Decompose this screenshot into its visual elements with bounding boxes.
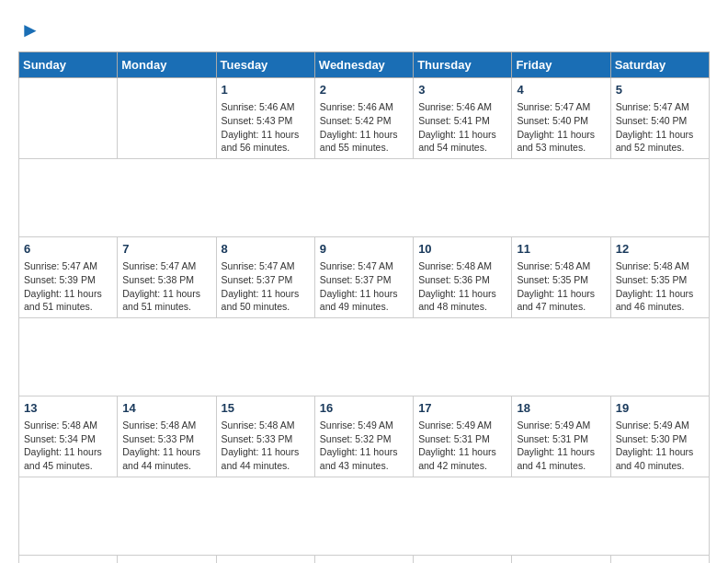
calendar-cell: 20Sunrise: 5:49 AMSunset: 5:29 PMDayligh… xyxy=(19,555,118,563)
day-info: Sunrise: 5:49 AM xyxy=(418,419,506,432)
calendar-cell: 11Sunrise: 5:48 AMSunset: 5:35 PMDayligh… xyxy=(512,236,610,317)
day-number: 16 xyxy=(320,400,408,417)
day-info: Daylight: 11 hours and 44 minutes. xyxy=(222,445,310,472)
day-number: 25 xyxy=(517,559,605,563)
calendar-cell: 17Sunrise: 5:49 AMSunset: 5:31 PMDayligh… xyxy=(414,396,512,477)
calendar-cell xyxy=(118,78,216,159)
day-info: Daylight: 11 hours and 51 minutes. xyxy=(24,287,112,314)
day-info: Sunrise: 5:47 AM xyxy=(616,100,704,114)
calendar-week-row: 6Sunrise: 5:47 AMSunset: 5:39 PMDaylight… xyxy=(19,236,710,317)
day-info: Sunrise: 5:47 AM xyxy=(222,259,310,273)
day-info: Sunset: 5:40 PM xyxy=(616,114,704,128)
day-info: Sunset: 5:31 PM xyxy=(517,432,605,446)
day-number: 18 xyxy=(517,400,605,417)
calendar-cell: 13Sunrise: 5:48 AMSunset: 5:34 PMDayligh… xyxy=(19,396,118,477)
day-info: Sunrise: 5:47 AM xyxy=(517,100,605,114)
calendar-cell: 2Sunrise: 5:46 AMSunset: 5:42 PMDaylight… xyxy=(314,78,413,159)
day-number: 6 xyxy=(24,241,112,258)
day-info: Sunrise: 5:49 AM xyxy=(517,419,605,432)
day-info: Sunrise: 5:46 AM xyxy=(320,100,408,114)
week-separator xyxy=(19,158,710,236)
calendar-cell: 14Sunrise: 5:48 AMSunset: 5:33 PMDayligh… xyxy=(118,396,216,477)
calendar-cell: 16Sunrise: 5:49 AMSunset: 5:32 PMDayligh… xyxy=(314,396,413,477)
day-info: Sunset: 5:43 PM xyxy=(222,114,310,128)
day-info: Daylight: 11 hours and 54 minutes. xyxy=(418,128,506,155)
calendar-cell: 26Sunrise: 5:51 AMSunset: 5:26 PMDayligh… xyxy=(610,555,709,563)
week-separator xyxy=(19,317,710,396)
day-info: Sunset: 5:30 PM xyxy=(616,432,704,446)
day-number: 24 xyxy=(418,559,506,563)
day-info: Sunset: 5:34 PM xyxy=(24,432,112,446)
day-info: Daylight: 11 hours and 47 minutes. xyxy=(517,287,605,314)
day-number: 7 xyxy=(122,241,210,258)
calendar-cell: 8Sunrise: 5:47 AMSunset: 5:37 PMDaylight… xyxy=(216,236,314,317)
day-info: Sunset: 5:33 PM xyxy=(222,432,310,446)
day-info: Sunrise: 5:48 AM xyxy=(517,259,605,273)
calendar-cell: 1Sunrise: 5:46 AMSunset: 5:43 PMDaylight… xyxy=(216,78,314,159)
day-info: Daylight: 11 hours and 51 minutes. xyxy=(122,287,210,314)
day-info: Sunrise: 5:46 AM xyxy=(418,100,506,114)
calendar-cell: 22Sunrise: 5:50 AMSunset: 5:28 PMDayligh… xyxy=(216,555,314,563)
calendar-cell: 7Sunrise: 5:47 AMSunset: 5:38 PMDaylight… xyxy=(118,236,216,317)
calendar-cell: 9Sunrise: 5:47 AMSunset: 5:37 PMDaylight… xyxy=(314,236,413,317)
calendar-cell xyxy=(19,78,118,159)
day-number: 17 xyxy=(418,400,506,417)
day-info: Sunset: 5:32 PM xyxy=(320,432,408,446)
day-info: Daylight: 11 hours and 49 minutes. xyxy=(320,287,408,314)
day-number: 11 xyxy=(517,241,605,258)
calendar-cell: 25Sunrise: 5:50 AMSunset: 5:26 PMDayligh… xyxy=(512,555,610,563)
day-info: Sunrise: 5:48 AM xyxy=(24,419,112,432)
page-header: ► xyxy=(18,18,710,42)
day-number: 19 xyxy=(616,400,704,417)
day-info: Sunset: 5:38 PM xyxy=(122,273,210,287)
day-info: Daylight: 11 hours and 52 minutes. xyxy=(616,128,704,155)
day-number: 5 xyxy=(616,82,704,98)
weekday-header-monday: Monday xyxy=(118,52,216,78)
calendar-cell: 3Sunrise: 5:46 AMSunset: 5:41 PMDaylight… xyxy=(414,78,512,159)
day-info: Daylight: 11 hours and 46 minutes. xyxy=(616,287,704,314)
day-info: Sunrise: 5:49 AM xyxy=(320,419,408,432)
day-number: 12 xyxy=(616,241,704,258)
calendar-cell: 4Sunrise: 5:47 AMSunset: 5:40 PMDaylight… xyxy=(512,78,610,159)
day-info: Daylight: 11 hours and 56 minutes. xyxy=(222,128,310,155)
day-info: Sunrise: 5:49 AM xyxy=(616,419,704,432)
day-info: Daylight: 11 hours and 41 minutes. xyxy=(517,445,605,472)
weekday-header-tuesday: Tuesday xyxy=(216,52,314,78)
day-number: 22 xyxy=(222,559,310,563)
day-number: 15 xyxy=(222,400,310,417)
day-info: Daylight: 11 hours and 55 minutes. xyxy=(320,128,408,155)
weekday-header-sunday: Sunday xyxy=(19,52,118,78)
calendar-cell: 15Sunrise: 5:48 AMSunset: 5:33 PMDayligh… xyxy=(216,396,314,477)
day-info: Sunset: 5:35 PM xyxy=(616,273,704,287)
calendar-week-row: 20Sunrise: 5:49 AMSunset: 5:29 PMDayligh… xyxy=(19,555,710,563)
day-number: 23 xyxy=(320,559,408,563)
day-info: Sunrise: 5:46 AM xyxy=(222,100,310,114)
day-number: 26 xyxy=(616,559,704,563)
day-info: Sunrise: 5:47 AM xyxy=(122,259,210,273)
day-info: Sunrise: 5:47 AM xyxy=(24,259,112,273)
day-number: 9 xyxy=(320,241,408,258)
day-info: Daylight: 11 hours and 45 minutes. xyxy=(24,445,112,472)
day-info: Sunset: 5:41 PM xyxy=(418,114,506,128)
calendar-cell: 24Sunrise: 5:50 AMSunset: 5:27 PMDayligh… xyxy=(414,555,512,563)
day-info: Sunset: 5:42 PM xyxy=(320,114,408,128)
day-number: 3 xyxy=(418,82,506,98)
calendar-cell: 6Sunrise: 5:47 AMSunset: 5:39 PMDaylight… xyxy=(19,236,118,317)
week-separator xyxy=(19,477,710,555)
day-info: Sunset: 5:39 PM xyxy=(24,273,112,287)
day-number: 20 xyxy=(24,559,112,563)
calendar-cell: 21Sunrise: 5:50 AMSunset: 5:29 PMDayligh… xyxy=(118,555,216,563)
day-info: Daylight: 11 hours and 50 minutes. xyxy=(222,287,310,314)
calendar-cell: 5Sunrise: 5:47 AMSunset: 5:40 PMDaylight… xyxy=(610,78,709,159)
weekday-header-friday: Friday xyxy=(512,52,610,78)
day-info: Sunset: 5:31 PM xyxy=(418,432,506,446)
day-info: Sunrise: 5:47 AM xyxy=(320,259,408,273)
day-info: Daylight: 11 hours and 40 minutes. xyxy=(616,445,704,472)
day-info: Sunset: 5:40 PM xyxy=(517,114,605,128)
calendar-header-row: SundayMondayTuesdayWednesdayThursdayFrid… xyxy=(19,52,710,78)
calendar-cell: 18Sunrise: 5:49 AMSunset: 5:31 PMDayligh… xyxy=(512,396,610,477)
day-info: Daylight: 11 hours and 53 minutes. xyxy=(517,128,605,155)
day-info: Sunset: 5:33 PM xyxy=(122,432,210,446)
day-number: 13 xyxy=(24,400,112,417)
calendar-cell: 10Sunrise: 5:48 AMSunset: 5:36 PMDayligh… xyxy=(414,236,512,317)
